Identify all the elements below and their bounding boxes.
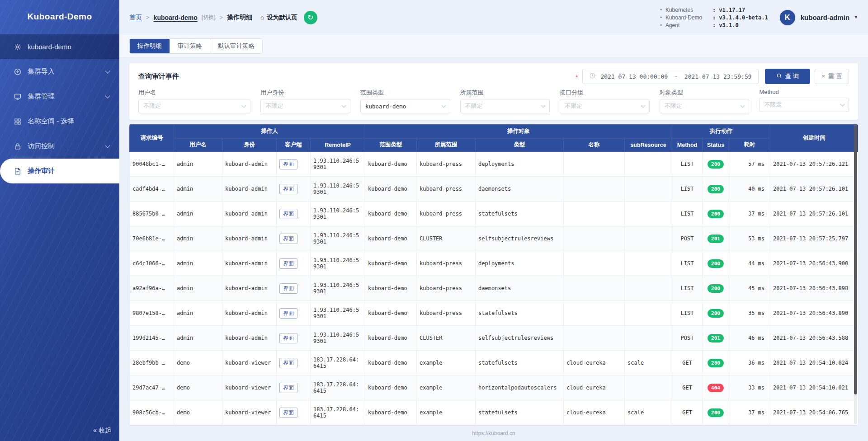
cell-request-id: 9807e158-… — [130, 301, 174, 326]
cell-resource-name: cloud-eureka — [564, 351, 625, 375]
cell-client: 界面 — [277, 251, 311, 276]
user-menu[interactable]: K kuboard-admin ▼ — [779, 9, 858, 26]
filter-select-api-group[interactable]: 不限定 — [560, 99, 650, 113]
client-tag: 界面 — [279, 209, 297, 219]
breadcrumb-separator: > — [146, 14, 150, 21]
cell-duration: 35 ms — [729, 301, 770, 326]
sidebar-item-access-control[interactable]: 访问控制 — [0, 134, 119, 159]
table-row[interactable]: 9807e158-…adminkuboard-admin界面1.93.110.2… — [130, 301, 859, 326]
cell-resource-name — [564, 202, 625, 226]
cell-remote-ip: 1.93.110.246:59301 — [311, 301, 365, 326]
grid-icon — [14, 117, 22, 126]
cell-resource-name — [564, 301, 625, 326]
tab-default-audit-policy[interactable]: 默认审计策略 — [210, 39, 262, 53]
cell-client: 界面 — [277, 226, 311, 251]
cell-sub-resource — [625, 226, 672, 251]
cell-identity: kuboard-admin — [222, 177, 277, 202]
table-row[interactable]: a92af96a-…adminkuboard-admin界面1.93.110.2… — [130, 276, 859, 301]
bullet-icon: • — [660, 22, 665, 28]
table-row[interactable]: 70e6b81e-…adminkuboard-admin界面1.93.110.2… — [130, 226, 859, 251]
filter-select-user-name[interactable]: 不限定 — [138, 99, 250, 113]
sidebar-item-operation-audit[interactable]: 操作审计 — [0, 159, 119, 183]
chevron-down-icon — [441, 103, 446, 108]
sidebar-item-namespace-select[interactable]: 名称空间 - 选择 — [0, 109, 119, 134]
cell-request-id: a92af96a-… — [130, 276, 174, 301]
filter-method: Method不限定 — [759, 89, 849, 113]
table-row[interactable]: 29d7ac47-…demokuboard-viewer界面183.17.228… — [130, 375, 859, 400]
cell-resource-name: cloud-eureka — [564, 400, 625, 425]
column-header: subResource — [625, 138, 672, 152]
table-row[interactable]: cadf4bd4-…adminkuboard-admin界面1.93.110.2… — [130, 177, 859, 202]
status-badge: 200 — [708, 359, 724, 367]
app-title: Kuboard-Demo — [0, 0, 119, 34]
filter-select-object-type[interactable]: 不限定 — [660, 99, 750, 113]
status-badge: 200 — [708, 309, 724, 318]
table-row[interactable]: 199d2145-…adminkuboard-admin界面1.93.110.2… — [130, 326, 859, 351]
table-row[interactable]: 28ebf9bb-…demokuboard-viewer界面183.17.228… — [130, 351, 859, 375]
table-row[interactable]: c64c1066-…adminkuboard-admin界面1.93.110.2… — [130, 251, 859, 276]
cell-request-id: 199d2145-… — [130, 326, 174, 351]
client-tag: 界面 — [279, 308, 297, 319]
cell-sub-resource — [625, 326, 672, 351]
cell-method: POST — [672, 226, 703, 251]
filter-select-user-identity[interactable]: 不限定 — [260, 99, 350, 113]
client-tag: 界面 — [279, 234, 297, 244]
filter-value: 不限定 — [265, 102, 283, 110]
query-toolbar: 查询审计事件 * 2021-07-13 00:00:00 - 2021-07-1… — [138, 69, 849, 84]
cluster-switch-link[interactable]: [切换] — [202, 14, 216, 21]
table-row[interactable]: 908c56cb-…demokuboard-viewer界面183.17.228… — [130, 400, 859, 425]
set-default-page-button[interactable]: ⌂ 设为默认页 — [260, 14, 297, 22]
date-range-input[interactable]: 2021-07-13 00:00:00 - 2021-07-13 23:59:5… — [582, 69, 758, 84]
status-badge: 200 — [708, 284, 724, 293]
breadcrumb-cluster[interactable]: kuboard-demo — [154, 14, 198, 21]
cell-resource-name: cloud-eureka — [564, 375, 625, 400]
query-title: 查询审计事件 — [138, 72, 179, 81]
bullet-icon: • — [660, 7, 665, 13]
cell-scope: kuboard-press — [417, 301, 476, 326]
sidebar-item-label: kuboard-demo — [28, 43, 71, 51]
cell-user-name: admin — [174, 202, 222, 226]
sidebar-item-kuboard-demo[interactable]: kuboard-demo — [0, 34, 119, 59]
status-badge: 200 — [708, 408, 724, 417]
table-header-row: 用户名身份客户端RemoteIP范围类型所属范围类型名称subResourceM… — [130, 138, 859, 152]
sidebar-collapse-button[interactable]: « 收起 — [93, 427, 111, 435]
cell-created-at: 2021-07-13 20:57:26.101 — [770, 177, 858, 202]
column-header: 操作人 — [174, 125, 365, 138]
chevron-down-icon — [541, 103, 546, 108]
filter-select-scope-type[interactable]: kuboard-demo — [360, 99, 450, 113]
cell-status: 200 — [703, 276, 729, 301]
cell-identity: kuboard-admin — [222, 251, 277, 276]
tab-audit-detail[interactable]: 操作明细 — [130, 39, 170, 53]
filter-select-scope[interactable]: 不限定 — [460, 99, 550, 113]
footer-link[interactable]: https://kuboard.cn — [472, 430, 515, 436]
tab-audit-policy[interactable]: 审计策略 — [170, 39, 210, 53]
search-button[interactable]: 查 询 — [765, 69, 811, 84]
table-row[interactable]: 885675b0-…adminkuboard-admin界面1.93.110.2… — [130, 202, 859, 226]
column-header: Method — [672, 138, 703, 152]
cell-duration: 57 ms — [729, 152, 770, 177]
query-panel: 查询审计事件 * 2021-07-13 00:00:00 - 2021-07-1… — [129, 63, 858, 120]
vertical-scrollbar[interactable] — [854, 125, 857, 424]
breadcrumb-home[interactable]: 首页 — [129, 14, 142, 22]
version-line: •Kubernetes: v1.17.17 — [660, 7, 768, 13]
column-header: 请求编号 — [130, 125, 174, 152]
scrollbar-thumb[interactable] — [854, 125, 857, 394]
cell-client: 界面 — [277, 326, 311, 351]
sidebar-item-cluster-import[interactable]: 集群导入 — [0, 59, 119, 84]
cell-duration: 46 ms — [729, 326, 770, 351]
cell-client: 界面 — [277, 400, 311, 425]
cell-created-at: 2021-07-13 20:54:06.765 — [770, 400, 858, 425]
sidebar-item-label: 访问控制 — [28, 142, 55, 150]
client-tag: 界面 — [279, 283, 297, 294]
filter-select-method[interactable]: 不限定 — [759, 98, 849, 112]
breadcrumb-current[interactable]: 操作明细 — [227, 14, 252, 22]
cell-method: LIST — [672, 152, 703, 177]
refresh-button[interactable]: ↻ — [304, 11, 317, 24]
sidebar-item-cluster-manage[interactable]: 集群管理 — [0, 84, 119, 109]
cell-remote-ip: 1.93.110.246:59301 — [311, 326, 365, 351]
cell-resource-type: horizontalpodautoscalers — [476, 375, 564, 400]
reset-button[interactable]: × 重 置 — [815, 69, 849, 84]
table-row[interactable]: 90048bc1-…adminkuboard-admin界面1.93.110.2… — [130, 152, 859, 177]
column-header: 所属范围 — [417, 138, 476, 152]
sidebar-item-label: 名称空间 - 选择 — [28, 117, 74, 126]
